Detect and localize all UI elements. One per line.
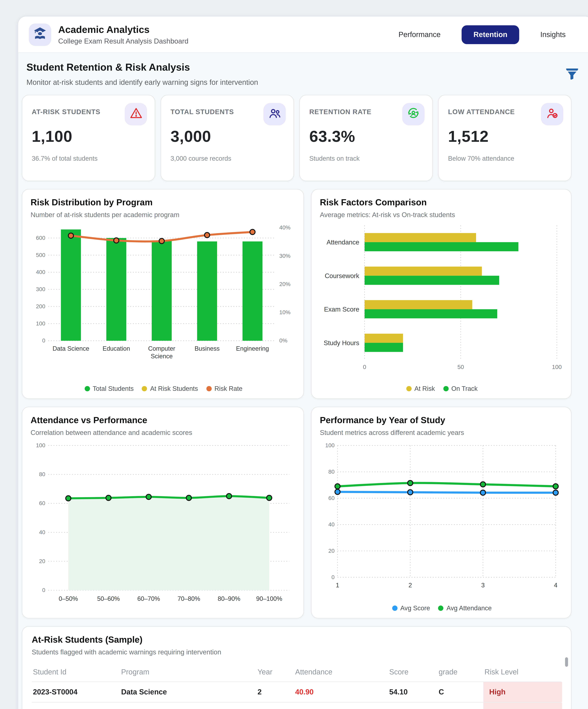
tab-performance[interactable]: Performance: [387, 25, 452, 44]
svg-text:10%: 10%: [279, 309, 290, 315]
chart-title: Risk Distribution by Program: [31, 197, 297, 207]
chart-title: Risk Factors Comparison: [320, 197, 564, 207]
chart-title: Performance by Year of Study: [320, 415, 564, 425]
table-cell: 40.00: [388, 709, 438, 709]
legend-item[interactable]: Avg Score: [392, 604, 430, 611]
legend-dot: [406, 386, 412, 391]
legend-item[interactable]: At Risk: [406, 385, 435, 392]
nav-tabs: Performance Retention Insights: [387, 25, 578, 44]
legend-label: Avg Score: [400, 604, 430, 611]
legend-label: On Track: [451, 385, 478, 392]
legend-dot: [443, 386, 448, 391]
chart-card-attendance-performance: Attendance vs Performance Correlation be…: [22, 407, 304, 619]
svg-text:100: 100: [36, 442, 45, 448]
chart-subtitle: Student metrics across different academi…: [320, 429, 564, 436]
legend-item[interactable]: At Risk Students: [142, 385, 198, 392]
col-student-id: Student Id: [32, 668, 120, 676]
table-subtitle: Students flagged with academic warnings …: [32, 649, 561, 656]
svg-text:60–70%: 60–70%: [137, 595, 160, 602]
kpi-sub: Students on track: [309, 155, 424, 162]
svg-text:0: 0: [42, 587, 45, 593]
svg-text:40%: 40%: [279, 225, 290, 231]
svg-text:20%: 20%: [279, 281, 290, 287]
svg-text:200: 200: [36, 303, 45, 309]
col-score: Score: [388, 668, 438, 676]
svg-text:80: 80: [329, 469, 335, 475]
chart-subtitle: Correlation between attendance and acade…: [31, 429, 297, 436]
svg-text:30%: 30%: [279, 253, 290, 259]
legend-dot: [206, 386, 212, 391]
col-attendance: Attendance: [294, 668, 388, 676]
legend-item[interactable]: Total Students: [84, 385, 134, 392]
legend-item[interactable]: Avg Attendance: [438, 604, 492, 611]
svg-text:40: 40: [329, 521, 335, 527]
svg-text:70–80%: 70–80%: [177, 595, 200, 602]
table-cell: 2: [256, 688, 294, 696]
table-row: 2023-ST0009Education184.0040.00DHigh: [32, 702, 561, 709]
legend-dot: [84, 386, 90, 391]
svg-text:600: 600: [36, 235, 45, 241]
chart-legend: Avg ScoreAvg Attendance: [320, 604, 564, 611]
filter-funnel-icon: [564, 74, 580, 84]
kpi-sub: Below 70% attendance: [448, 155, 563, 162]
risk-factors-chart: 050100AttendanceCourseworkExam ScoreStud…: [320, 223, 564, 375]
kpi-sub: 36.7% of total students: [32, 155, 146, 162]
table-cell: 1: [256, 709, 294, 709]
kpi-value: 63.3%: [309, 128, 424, 146]
charts-row-1: Risk Distribution by Program Number of a…: [22, 189, 571, 399]
tab-insights[interactable]: Insights: [529, 25, 578, 44]
kpi-row: AT-RISK STUDENTS 1,100 36.7% of total st…: [22, 95, 571, 181]
svg-text:Business: Business: [195, 345, 220, 352]
kpi-value: 1,512: [448, 128, 563, 146]
svg-text:3: 3: [481, 582, 484, 588]
svg-text:0–50%: 0–50%: [59, 595, 78, 602]
filter-button[interactable]: [564, 67, 580, 84]
legend-item[interactable]: On Track: [443, 385, 477, 392]
svg-text:300: 300: [36, 286, 45, 292]
col-risk-level: Risk Level: [483, 668, 562, 676]
table-scrollbar-thumb[interactable]: [565, 657, 568, 667]
col-program: Program: [120, 668, 256, 676]
svg-text:Exam Score: Exam Score: [324, 306, 359, 313]
retention-cycle-icon: [407, 106, 421, 122]
attendance-performance-chart: 0204060801000–50%50–60%60–70%70–80%80–90…: [31, 441, 297, 609]
risk-level-cell: High: [483, 703, 562, 709]
graduation-cap-icon: [33, 26, 47, 43]
svg-text:Study Hours: Study Hours: [324, 339, 359, 346]
svg-text:2: 2: [409, 582, 412, 588]
svg-text:0: 0: [331, 574, 335, 580]
kpi-card-low-attendance: LOW ATTENDANCE 1,512 Below 70% attendanc…: [438, 95, 571, 181]
svg-text:Data Science: Data Science: [53, 345, 89, 352]
legend-item[interactable]: Risk Rate: [206, 385, 243, 392]
svg-text:0: 0: [42, 337, 45, 344]
kpi-icon-wrap: [263, 103, 286, 125]
svg-text:500: 500: [36, 252, 45, 258]
users-icon: [268, 106, 281, 122]
kpi-card-at-risk: AT-RISK STUDENTS 1,100 36.7% of total st…: [22, 95, 155, 181]
col-year: Year: [256, 668, 294, 676]
svg-text:0%: 0%: [279, 337, 287, 344]
chart-legend: At RiskOn Track: [320, 385, 564, 392]
legend-label: At Risk Students: [150, 385, 198, 392]
page-subtitle: Monitor at-risk students and identify ea…: [27, 78, 258, 86]
tab-retention[interactable]: Retention: [462, 25, 519, 44]
risk-level-cell: High: [483, 682, 562, 702]
svg-text:Science: Science: [151, 353, 173, 360]
legend-label: Avg Attendance: [446, 604, 492, 611]
svg-text:100: 100: [36, 320, 45, 326]
svg-text:400: 400: [36, 269, 45, 275]
svg-text:4: 4: [554, 582, 557, 588]
table-cell: 54.10: [388, 688, 438, 696]
legend-dot: [392, 605, 397, 610]
legend-dot: [438, 605, 444, 610]
page-body: AT-RISK STUDENTS 1,100 36.7% of total st…: [18, 89, 588, 709]
kpi-card-retention-rate: RETENTION RATE 63.3% Students on t: [299, 95, 433, 181]
table-cell: 84.00: [294, 709, 388, 709]
svg-text:90–100%: 90–100%: [256, 595, 282, 602]
legend-label: At Risk: [414, 385, 435, 392]
svg-text:100: 100: [325, 442, 335, 448]
svg-text:Education: Education: [103, 345, 130, 352]
dashboard-container: Academic Analytics College Exam Result A…: [18, 16, 588, 709]
header-titles: Academic Analytics College Exam Result A…: [58, 24, 189, 45]
charts-row-2: Attendance vs Performance Correlation be…: [22, 407, 571, 619]
